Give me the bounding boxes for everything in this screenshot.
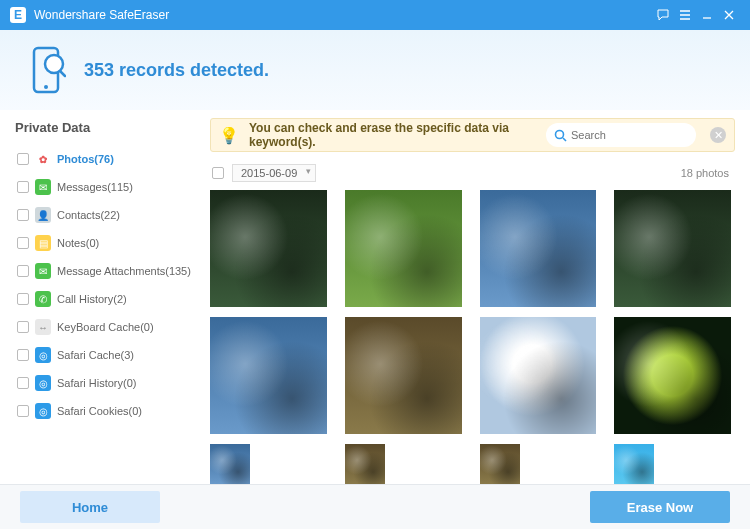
- phone-scan-icon: [30, 46, 66, 94]
- search-box[interactable]: [546, 123, 696, 147]
- svg-line-5: [563, 138, 566, 141]
- photo-young-chimp[interactable]: [614, 190, 731, 307]
- sidebar-item-2[interactable]: 👤Contacts(22): [15, 201, 195, 229]
- svg-point-4: [556, 130, 564, 138]
- sidebar-item-checkbox[interactable]: [17, 237, 29, 249]
- photo-bear-splash[interactable]: [210, 317, 327, 434]
- hero-banner: 353 records detected.: [0, 30, 750, 110]
- search-icon: [554, 129, 567, 142]
- sidebar-item-3[interactable]: ▤Notes(0): [15, 229, 195, 257]
- sidebar-item-5[interactable]: ✆Call History(2): [15, 285, 195, 313]
- photo-count-label: 18 photos: [681, 167, 729, 179]
- photo-owl-branch[interactable]: [480, 444, 520, 484]
- tip-bar: 💡 You can check and erase the specific d…: [210, 118, 735, 152]
- sidebar-item-icon: ▤: [35, 235, 51, 251]
- menu-icon[interactable]: [674, 4, 696, 26]
- erase-now-button[interactable]: Erase Now: [590, 491, 730, 523]
- sidebar-item-7[interactable]: ◎Safari Cache(3): [15, 341, 195, 369]
- photo-egret[interactable]: [210, 444, 250, 484]
- sidebar-item-checkbox[interactable]: [17, 377, 29, 389]
- svg-point-1: [44, 85, 48, 89]
- sidebar-item-label: Messages(115): [57, 181, 133, 193]
- sidebar-item-icon: ◎: [35, 403, 51, 419]
- sidebar-item-checkbox[interactable]: [17, 349, 29, 361]
- titlebar: E Wondershare SafeEraser: [0, 0, 750, 30]
- sidebar-item-0[interactable]: ✿Photos(76): [15, 145, 195, 173]
- sidebar-item-checkbox[interactable]: [17, 293, 29, 305]
- photo-tree-frog[interactable]: [614, 317, 731, 434]
- sidebar-item-checkbox[interactable]: [17, 321, 29, 333]
- date-picker[interactable]: 2015-06-09: [232, 164, 316, 182]
- photo-seagull[interactable]: [480, 317, 597, 434]
- sidebar-item-4[interactable]: ✉Message Attachments(135): [15, 257, 195, 285]
- sidebar-item-label: Call History(2): [57, 293, 127, 305]
- photo-primate-mother[interactable]: [345, 190, 462, 307]
- sidebar-title: Private Data: [15, 120, 195, 135]
- sidebar-item-label: Safari History(0): [57, 377, 136, 389]
- photo-gorilla-face[interactable]: [210, 190, 327, 307]
- feedback-icon[interactable]: [652, 4, 674, 26]
- tip-text: You can check and erase the specific dat…: [249, 121, 536, 149]
- sidebar-item-8[interactable]: ◎Safari History(0): [15, 369, 195, 397]
- clear-search-icon[interactable]: ✕: [710, 127, 726, 143]
- svg-line-3: [60, 71, 65, 76]
- sidebar-item-6[interactable]: ↔KeyBoard Cache(0): [15, 313, 195, 341]
- search-input[interactable]: [571, 129, 661, 141]
- sidebar-item-icon: 👤: [35, 207, 51, 223]
- sidebar-item-checkbox[interactable]: [17, 181, 29, 193]
- home-button[interactable]: Home: [20, 491, 160, 523]
- sidebar-item-label: Contacts(22): [57, 209, 120, 221]
- photo-grid: [210, 190, 735, 484]
- sidebar-item-checkbox[interactable]: [17, 153, 29, 165]
- sidebar-item-label: Notes(0): [57, 237, 99, 249]
- photo-parrots[interactable]: [614, 444, 654, 484]
- app-title: Wondershare SafeEraser: [34, 8, 169, 22]
- sidebar-item-icon: ◎: [35, 347, 51, 363]
- sidebar-item-icon: ↔: [35, 319, 51, 335]
- sidebar-item-9[interactable]: ◎Safari Cookies(0): [15, 397, 195, 425]
- sidebar-item-checkbox[interactable]: [17, 209, 29, 221]
- sidebar-item-label: Safari Cache(3): [57, 349, 134, 361]
- lightbulb-icon: 💡: [219, 126, 239, 145]
- sidebar-item-icon: ◎: [35, 375, 51, 391]
- footer: Home Erase Now: [0, 484, 750, 529]
- sidebar-item-checkbox[interactable]: [17, 405, 29, 417]
- date-group-header: 2015-06-09 18 photos: [210, 164, 735, 182]
- sidebar-item-icon: ✉: [35, 263, 51, 279]
- photo-owl[interactable]: [345, 444, 385, 484]
- sidebar-item-label: Message Attachments(135): [57, 265, 191, 277]
- sidebar-item-icon: ✆: [35, 291, 51, 307]
- sidebar-item-label: Safari Cookies(0): [57, 405, 142, 417]
- sidebar-item-checkbox[interactable]: [17, 265, 29, 277]
- sidebar: Private Data ✿Photos(76)✉Messages(115)👤C…: [0, 110, 210, 484]
- minimize-button[interactable]: [696, 4, 718, 26]
- records-detected-text: 353 records detected.: [84, 60, 269, 81]
- app-logo-icon: E: [10, 7, 26, 23]
- sidebar-item-icon: ✉: [35, 179, 51, 195]
- photo-chimp-portrait[interactable]: [480, 190, 597, 307]
- main-panel: 💡 You can check and erase the specific d…: [210, 110, 750, 484]
- sidebar-item-icon: ✿: [35, 151, 51, 167]
- sidebar-item-label: Photos(76): [57, 153, 114, 165]
- date-group-checkbox[interactable]: [212, 167, 224, 179]
- close-button[interactable]: [718, 4, 740, 26]
- sidebar-item-1[interactable]: ✉Messages(115): [15, 173, 195, 201]
- sidebar-item-label: KeyBoard Cache(0): [57, 321, 154, 333]
- photo-bear-closeup[interactable]: [345, 317, 462, 434]
